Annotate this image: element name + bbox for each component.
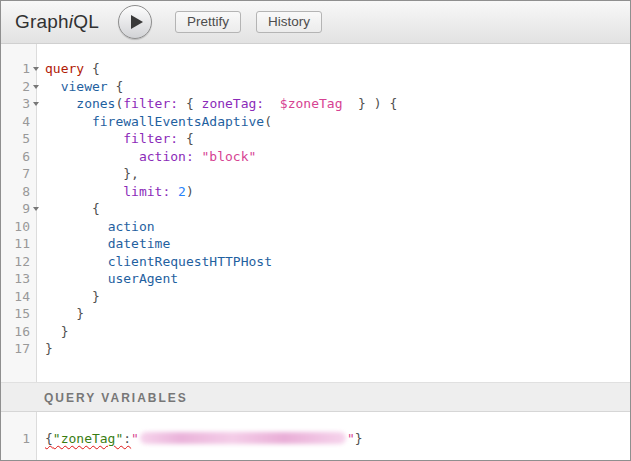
code-text: },	[41, 165, 139, 183]
code-text: }	[41, 323, 68, 341]
code-text: viewer {	[41, 78, 123, 96]
line-number: 12	[1, 253, 30, 271]
line-number: 5	[1, 130, 30, 148]
code-text: action: "block"	[41, 148, 256, 166]
fold-arrow-icon[interactable]	[33, 67, 39, 71]
line-number: 13	[1, 270, 30, 288]
prettify-button[interactable]: Prettify	[175, 11, 241, 33]
query-variables-title-bar[interactable]: QUERY VARIABLES	[1, 382, 630, 412]
query-variables-title: QUERY VARIABLES	[44, 391, 188, 405]
code-line[interactable]: 17}	[1, 340, 630, 358]
code-text: zones(filter: { zoneTag: $zoneTag } ) {	[41, 95, 397, 113]
code-line[interactable]: 10 action	[1, 218, 630, 236]
line-number: 2	[1, 78, 30, 96]
fold-arrow-icon[interactable]	[33, 102, 39, 106]
code-text: clientRequestHTTPHost	[41, 253, 272, 271]
line-number: 3	[1, 95, 30, 113]
code-line[interactable]: 1query {	[1, 60, 630, 78]
code-text: }	[41, 340, 53, 358]
topbar: GraphiQL Prettify History	[1, 1, 630, 44]
code-text: {	[41, 200, 100, 218]
line-number: 1	[1, 60, 30, 78]
fold-arrow-icon[interactable]	[33, 207, 39, 211]
line-number: 9	[1, 200, 30, 218]
code-line[interactable]: 9 {	[1, 200, 630, 218]
line-number: 16	[1, 323, 30, 341]
code-line[interactable]: 7 },	[1, 165, 630, 183]
line-number: 6	[1, 148, 30, 166]
history-button[interactable]: History	[256, 11, 322, 33]
variables-editor[interactable]: 1 {"zoneTag":""}	[1, 412, 630, 460]
logo-text-pre: Graph	[15, 11, 69, 32]
code-line[interactable]: 14 }	[1, 288, 630, 306]
line-number: 17	[1, 340, 30, 358]
variables-line[interactable]: 1 {"zoneTag":""}	[1, 430, 630, 448]
code-line[interactable]: 12 clientRequestHTTPHost	[1, 253, 630, 271]
line-number: 15	[1, 305, 30, 323]
query-editor[interactable]: 1query {2 viewer {3 zones(filter: { zone…	[1, 44, 630, 382]
line-number: 10	[1, 218, 30, 236]
graphiql-logo: GraphiQL	[15, 11, 99, 33]
fold-arrow-icon[interactable]	[33, 85, 39, 89]
code-text: action	[41, 218, 155, 236]
code-line[interactable]: 2 viewer {	[1, 78, 630, 96]
code-text: userAgent	[41, 270, 178, 288]
code-line[interactable]: 16 }	[1, 323, 630, 341]
code-line[interactable]: 4 firewallEventsAdaptive(	[1, 113, 630, 131]
code-line[interactable]: 13 userAgent	[1, 270, 630, 288]
query-code[interactable]: 1query {2 viewer {3 zones(filter: { zone…	[1, 44, 630, 358]
line-number: 4	[1, 113, 30, 131]
code-line[interactable]: 3 zones(filter: { zoneTag: $zoneTag } ) …	[1, 95, 630, 113]
execute-query-button[interactable]	[118, 5, 152, 39]
code-line[interactable]: 11 datetime	[1, 235, 630, 253]
line-number: 8	[1, 183, 30, 201]
code-text: filter: {	[41, 130, 194, 148]
line-number: 11	[1, 235, 30, 253]
line-number: 7	[1, 165, 30, 183]
json-key: "zoneTag"	[53, 431, 123, 446]
line-number: 1	[1, 430, 30, 448]
code-line[interactable]: 5 filter: {	[1, 130, 630, 148]
play-icon	[131, 15, 143, 29]
code-text: }	[41, 305, 84, 323]
code-text: limit: 2)	[41, 183, 194, 201]
code-line[interactable]: 8 limit: 2)	[1, 183, 630, 201]
code-text: query {	[41, 60, 100, 78]
code-text: datetime	[41, 235, 170, 253]
json-error-squiggle: {"zoneTag":	[45, 431, 131, 446]
graphiql-window: GraphiQL Prettify History 1query {2 view…	[0, 0, 631, 461]
code-text: firewallEventsAdaptive(	[41, 113, 272, 131]
line-number: 14	[1, 288, 30, 306]
code-text: }	[41, 288, 100, 306]
code-line[interactable]: 15 }	[1, 305, 630, 323]
logo-text-post: QL	[73, 11, 99, 32]
redacted-zone-id-value	[140, 432, 346, 444]
code-line[interactable]: 6 action: "block"	[1, 148, 630, 166]
